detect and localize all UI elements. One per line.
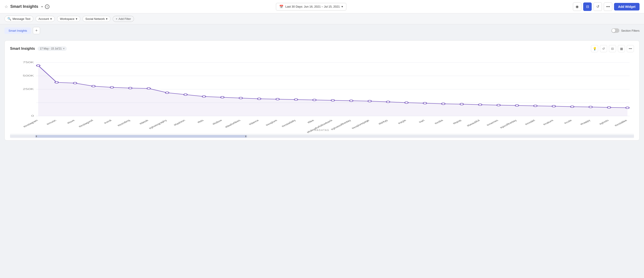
page-title: Smart Insights (10, 4, 38, 9)
widget-chart-button[interactable]: ▦ (618, 45, 625, 52)
eye-button[interactable]: ◉ (573, 2, 582, 11)
svg-text:#instalike: #instalike (613, 119, 628, 127)
date-range-label: Last 30 Days: Jun 16, 2021 – Jul 15, 202… (285, 5, 340, 8)
toggle-knob (612, 29, 616, 32)
svg-text:0: 0 (31, 115, 34, 117)
svg-point-34 (478, 104, 482, 106)
widget-refresh-icon: ↺ (602, 47, 605, 50)
account-label: Account (38, 17, 49, 20)
svg-point-15 (128, 87, 132, 89)
svg-point-31 (423, 102, 427, 104)
scrollbar-track (10, 135, 634, 138)
svg-text:250K: 250K (23, 88, 34, 90)
main-content: Smart Insights 17 May - 15 Jul'21 × 💡 ↺ … (0, 37, 644, 144)
svg-text:#bts: #bts (196, 119, 204, 123)
scrollbar-thumb[interactable] (35, 135, 247, 138)
svg-point-24 (294, 99, 298, 100)
social-network-filter[interactable]: Social Network ▾ (82, 16, 111, 22)
message-text-label: Message Text (12, 17, 30, 20)
svg-text:#memes: #memes (486, 119, 499, 126)
tabs-left: Smart Insights + (4, 27, 40, 34)
svg-point-25 (312, 99, 316, 101)
social-network-label: Social Network (86, 17, 105, 20)
svg-point-37 (534, 105, 537, 107)
add-filter-button[interactable]: + Add Filter (113, 16, 134, 22)
svg-text:#cute: #cute (563, 119, 573, 124)
message-text-filter[interactable]: 🔍 Message Text (4, 16, 33, 22)
refresh-button[interactable]: ↺ (594, 2, 602, 11)
svg-text:#style: #style (397, 119, 407, 125)
svg-point-20 (221, 96, 224, 98)
more-options-button[interactable]: ••• (604, 2, 612, 11)
svg-text:#instadaily: #instadaily (280, 119, 296, 128)
svg-text:#photo: #photo (598, 119, 610, 125)
workspace-filter[interactable]: Workspace ▾ (57, 16, 80, 22)
svg-point-19 (202, 96, 206, 98)
refresh-icon: ↺ (596, 4, 599, 9)
svg-point-28 (368, 100, 372, 102)
svg-text:#explorepage: #explorepage (350, 119, 370, 130)
add-widget-button[interactable]: Add Widget (614, 3, 640, 10)
date-range-picker[interactable]: 📅 Last 30 Days: Jun 16, 2021 – Jul 15, 2… (276, 3, 346, 10)
svg-text:#photography: #photography (148, 119, 168, 130)
svg-point-38 (552, 105, 556, 107)
top-bar-left: ☆ Smart Insights ▾ i (4, 4, 50, 9)
svg-text:#picoftheday: #picoftheday (499, 119, 518, 129)
widget-bulb-button[interactable]: 💡 (591, 45, 598, 52)
tab-smart-insights[interactable]: Smart Insights (4, 27, 31, 34)
widget-date-badge: 17 May - 15 Jul'21 × (38, 46, 67, 51)
svg-text:#nature: #nature (542, 119, 554, 126)
svg-point-39 (570, 106, 574, 108)
svg-text:#trending: #trending (116, 119, 131, 127)
section-filters-label: Section Filters (621, 29, 640, 32)
widget-filter-button[interactable]: ⊟ (609, 45, 616, 52)
section-filters-toggle[interactable] (611, 28, 620, 33)
svg-point-16 (147, 88, 150, 90)
svg-point-23 (276, 98, 280, 100)
widget-date-range: 17 May - 15 Jul'21 (40, 47, 62, 50)
svg-point-42 (626, 107, 629, 109)
widget-title: Smart Insights (10, 47, 35, 51)
svg-text:#tiktok: #tiktok (138, 119, 149, 125)
svg-point-40 (589, 106, 592, 108)
filter-button[interactable]: ⊟ (583, 2, 592, 11)
title-dropdown-icon[interactable]: ▾ (41, 5, 43, 8)
svg-point-21 (239, 97, 242, 99)
svg-point-13 (92, 85, 95, 87)
scrollbar-handle-right (245, 136, 246, 137)
svg-text:#explore: #explore (264, 119, 278, 126)
add-filter-label: Add Filter (118, 17, 131, 20)
add-filter-plus-icon: + (116, 17, 118, 20)
top-bar-right: ◉ ⊟ ↺ ••• Add Widget (573, 2, 640, 11)
filter-bar: 🔍 Message Text Account ▾ Workspace ▾ Soc… (0, 13, 644, 24)
eye-icon: ◉ (576, 4, 579, 9)
svg-text:#dance: #dance (248, 119, 260, 125)
widget-title-group: Smart Insights 17 May - 15 Jul'21 × (10, 46, 67, 51)
svg-text:#viral: #viral (103, 119, 112, 124)
widget-refresh-button[interactable]: ↺ (600, 45, 607, 52)
svg-point-26 (331, 100, 335, 101)
date-dropdown-icon: ▾ (342, 5, 343, 8)
svg-text:#instagram: #instagram (22, 119, 39, 128)
svg-point-22 (258, 98, 261, 100)
info-icon[interactable]: i (45, 4, 50, 9)
svg-text:500K: 500K (23, 74, 34, 77)
widget-header: Smart Insights 17 May - 15 Jul'21 × 💡 ↺ … (10, 45, 634, 52)
more-icon: ••• (606, 5, 610, 9)
add-tab-button[interactable]: + (33, 27, 40, 34)
scrollbar-area[interactable] (10, 134, 634, 138)
top-bar: ☆ Smart Insights ▾ i 📅 Last 30 Days: Jun… (0, 0, 644, 13)
svg-point-35 (497, 104, 500, 106)
svg-point-11 (55, 81, 58, 83)
svg-point-33 (460, 103, 464, 105)
star-button[interactable]: ☆ (4, 4, 8, 9)
x-axis-label: HASHTAG (10, 129, 634, 132)
svg-point-30 (405, 102, 408, 104)
svg-text:#model: #model (524, 119, 536, 125)
widget-more-button[interactable]: ••• (627, 45, 634, 52)
svg-text:#music: #music (46, 119, 57, 125)
widget-date-close-icon[interactable]: × (63, 47, 64, 50)
svg-text:750K: 750K (23, 61, 34, 64)
account-filter[interactable]: Account ▾ (36, 16, 55, 22)
widget-filter-icon: ⊟ (611, 47, 614, 50)
